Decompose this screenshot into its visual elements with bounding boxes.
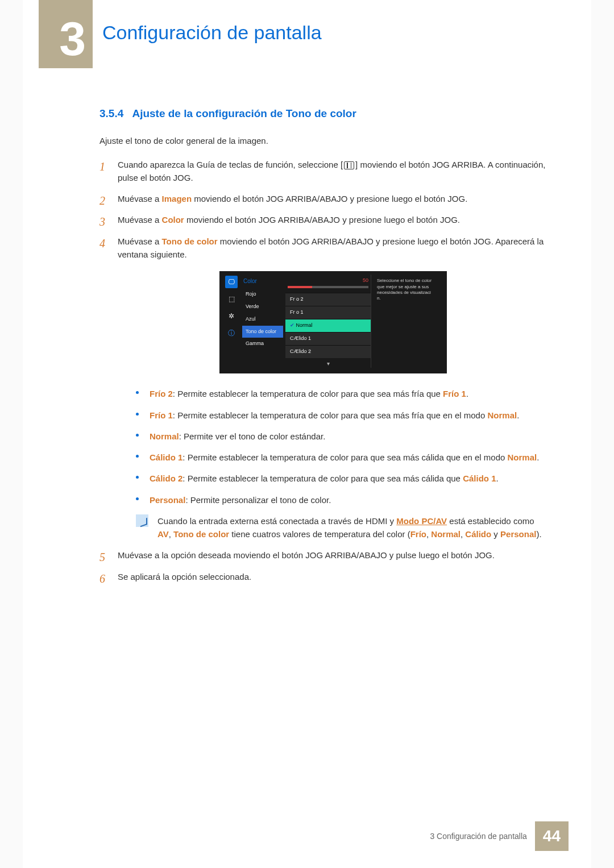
info-icon: ⓘ [225,327,238,339]
section-number: 3.5.4 [99,107,123,119]
osd-menu-title: Color [242,275,283,288]
osd-menu-item: Verde [242,301,283,313]
osd-slider [288,286,368,288]
bullet-item: Normal: Permite ver el tono de color est… [136,430,549,443]
osd-option: CÆlido 1 [285,332,371,345]
osd-help-text: Seleccione el tono de color que mejor se… [371,275,439,368]
footer-label: 3 Configuración de pantalla [430,832,534,841]
bullet-item: Frío 2: Permite establecer la temperatur… [136,387,549,400]
osd-option: CÆlido 2 [285,345,371,358]
osd-option: Fr o 2 [285,293,371,306]
chapter-title: Configuración de pantalla [102,22,322,44]
osd-menu-item: Gamma [242,338,283,350]
page-content: 3.5.4 Ajuste de la configuración de Tono… [99,105,549,591]
step-item: Se aplicará la opción seleccionada. [99,570,549,583]
gear-icon: ✲ [225,310,238,322]
bullet-item: Personal: Permite personalizar el tono d… [136,493,549,506]
bullet-item: Frío 1: Permite establecer la temperatur… [136,409,549,422]
steps-list: Cuando aparezca la Guía de teclas de fun… [99,158,549,583]
page-footer: 3 Configuración de pantalla 44 [430,821,569,851]
target-icon: ⬚ [225,293,238,305]
osd-option-selected: Normal [285,319,371,332]
osd-menu: Color Rojo Verde Azul Tono de color Gamm… [240,275,285,368]
osd-menu-item: Rojo [242,288,283,301]
bullet-item: Cálido 2: Permite establecer la temperat… [136,472,549,485]
bullet-item: Cálido 1: Permite establecer la temperat… [136,451,549,464]
step-item: Cuando aparezca la Guía de teclas de fun… [99,158,549,185]
chapter-tab: 3 [39,0,93,68]
section-heading: 3.5.4 Ajuste de la configuración de Tono… [99,105,549,122]
monitor-icon: 🖵 [225,276,238,288]
osd-slider-value: 50 [285,277,371,285]
osd-menu-item: Azul [242,313,283,326]
chevron-down-icon: ▾ [285,358,371,368]
osd-menu-item-selected: Tono de color [242,326,283,338]
section-title: Ajuste de la configuración de Tono de co… [132,107,356,119]
note-text: Cuando la entrada externa está conectada… [157,514,549,541]
step-item: Muévase a Tono de color moviendo el botó… [99,235,549,541]
note-block: Cuando la entrada externa está conectada… [136,514,549,541]
step-item: Muévase a Color moviendo el botón JOG AR… [99,213,549,226]
osd-figure: 🖵 ⬚ ✲ ⓘ Color Rojo Verde Azul Tono de co… [219,271,447,373]
osd-options: 50 Fr o 2 Fr o 1 Normal CÆlido 1 CÆlido … [285,275,371,368]
page-number: 44 [535,821,569,851]
osd-rail: 🖵 ⬚ ✲ ⓘ [223,275,240,368]
menu-icon [344,161,354,169]
options-bullet-list: Frío 2: Permite establecer la temperatur… [136,387,549,506]
step-item: Muévase a la opción deseada moviendo el … [99,549,549,562]
note-icon [136,514,148,527]
osd-option: Fr o 1 [285,306,371,319]
step-item: Muévase a Imagen moviendo el botón JOG A… [99,192,549,205]
chapter-number: 3 [59,15,86,63]
intro-text: Ajuste el tono de color general de la im… [99,134,549,147]
